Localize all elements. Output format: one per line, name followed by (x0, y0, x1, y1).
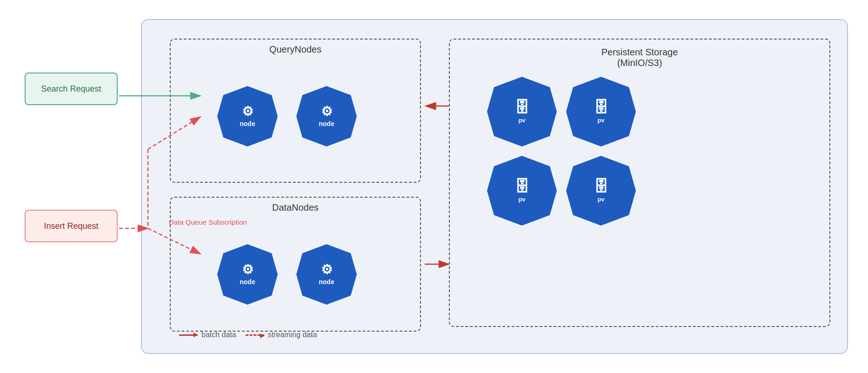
query-node-2-icon: ⚙ (321, 105, 333, 118)
query-node-2-label: node (319, 120, 334, 127)
query-nodes-box: QueryNodes ⚙ node ⚙ node (170, 39, 421, 183)
pv-2-icon: 🗄 (594, 100, 608, 115)
legend: batch data streaming data (179, 331, 317, 339)
data-nodes-box: DataNodes ⚙ node ⚙ node (170, 197, 421, 332)
insert-request-box: Insert Request (25, 210, 118, 242)
query-node-2: ⚙ node (296, 86, 357, 147)
data-node-1-label: node (240, 278, 255, 286)
data-node-2-label: node (319, 278, 334, 286)
data-queue-label: Data Queue Subscription (169, 218, 247, 226)
pv-3-label: pv (518, 196, 525, 203)
pv-3-icon: 🗄 (514, 179, 529, 194)
main-box: QueryNodes ⚙ node ⚙ node Data (141, 19, 848, 354)
data-nodes-group: ⚙ node ⚙ node (217, 244, 357, 305)
legend-batch: batch data (179, 331, 236, 339)
search-request-box: Search Request (25, 73, 118, 105)
legend-streaming-line (246, 334, 264, 336)
data-node-1-icon: ⚙ (242, 263, 254, 276)
pv-4: 🗄 pv (566, 156, 636, 226)
pv-4-icon: 🗄 (594, 179, 608, 194)
diagram-container: QueryNodes ⚙ node ⚙ node Data (11, 10, 857, 363)
pv-3: 🗄 pv (487, 156, 557, 226)
pv-1-icon: 🗄 (514, 100, 529, 115)
query-nodes-label: QueryNodes (269, 44, 321, 55)
legend-streaming: streaming data (246, 331, 317, 339)
query-node-1-label: node (240, 120, 255, 127)
legend-streaming-label: streaming data (268, 331, 317, 339)
data-node-2-icon: ⚙ (321, 263, 333, 276)
legend-batch-label: batch data (201, 331, 236, 339)
data-node-1: ⚙ node (217, 244, 278, 305)
search-request-label: Search Request (41, 84, 101, 94)
pv-1-label: pv (518, 117, 525, 124)
pv-2-label: pv (597, 117, 604, 124)
pv-grid: 🗄 pv 🗄 pv 🗄 pv (487, 77, 636, 226)
persistent-storage-label: Persistent Storage(MinIO/S3) (601, 47, 678, 68)
query-node-1: ⚙ node (217, 86, 278, 147)
pv-2: 🗄 pv (566, 77, 636, 147)
pv-1: 🗄 pv (487, 77, 557, 147)
insert-request-label: Insert Request (44, 221, 98, 231)
data-node-2: ⚙ node (296, 244, 357, 305)
pv-4-label: pv (597, 196, 604, 203)
query-nodes-group: ⚙ node ⚙ node (217, 86, 357, 147)
legend-batch-line (179, 334, 198, 336)
query-node-1-icon: ⚙ (242, 105, 254, 118)
data-nodes-label: DataNodes (272, 202, 319, 213)
persistent-storage-box: Persistent Storage(MinIO/S3) 🗄 pv 🗄 pv (449, 39, 830, 327)
